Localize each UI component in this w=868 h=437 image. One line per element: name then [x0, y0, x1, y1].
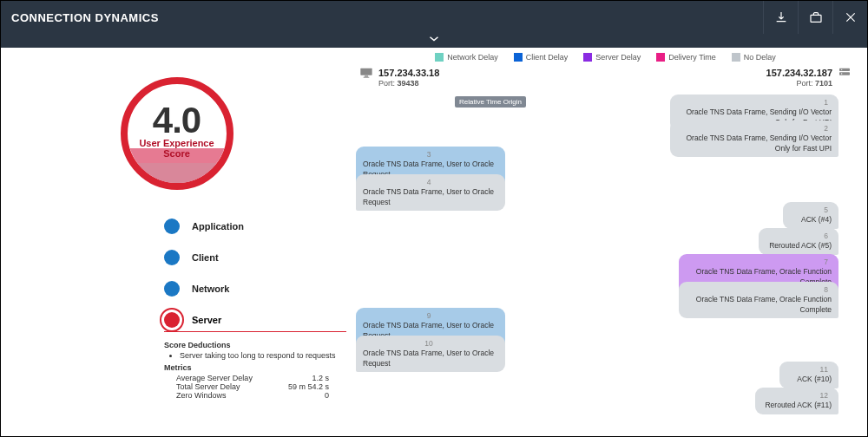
message-bubble[interactable]: 11ACK (#10) — [779, 362, 838, 388]
endpoint-server: 157.234.32.187 Port: 7101 — [766, 67, 852, 89]
legend: Network DelayClient DelayServer DelayDel… — [356, 51, 855, 67]
category-label: Client — [192, 252, 219, 263]
metric-row: Average Server Delay1.2 s — [164, 374, 346, 382]
svg-rect-0 — [811, 15, 821, 22]
legend-item: No Delay — [732, 53, 776, 62]
close-button[interactable] — [832, 1, 867, 34]
message-bubble[interactable]: 2Oracle TNS Data Frame, Sending I/O Vect… — [670, 121, 838, 157]
chevron-down-icon — [426, 34, 442, 44]
svg-rect-3 — [364, 77, 370, 78]
category-application[interactable]: Application — [164, 211, 346, 242]
message-bubble[interactable]: 8Oracle TNS Data Frame, Oracle Function … — [679, 282, 838, 318]
message-bubble[interactable]: 6Rerouted ACK (#5) — [759, 228, 838, 255]
deduction-item: Server taking too long to respond to req… — [180, 351, 346, 360]
client-ip: 157.234.33.18 — [378, 67, 439, 79]
page-title: CONNECTION DYNAMICS — [11, 11, 159, 24]
category-dot-icon — [164, 281, 180, 297]
expand-handle[interactable] — [1, 34, 867, 48]
category-list: ApplicationClientNetworkServer — [164, 211, 346, 332]
deductions-panel: Score Deductions Server taking too long … — [164, 337, 346, 400]
category-label: Server — [192, 315, 221, 325]
category-label: Network — [192, 284, 229, 294]
category-dot-icon — [164, 250, 180, 265]
svg-rect-5 — [839, 72, 850, 75]
time-origin-badge: Relative Time Origin — [455, 96, 526, 108]
close-icon — [844, 10, 858, 24]
score-panel: 4.0 User Experience Score ApplicationCli… — [1, 48, 352, 436]
svg-rect-1 — [360, 68, 372, 75]
server-icon — [838, 67, 852, 79]
ux-score-gauge: 4.0 User Experience Score — [121, 77, 233, 190]
message-bubble[interactable]: 4Oracle TNS Data Frame, User to Oracle R… — [356, 174, 505, 211]
download-button[interactable] — [763, 1, 798, 34]
message-bubble[interactable]: 5ACK (#4) — [783, 202, 838, 229]
legend-item: Network Delay — [435, 53, 498, 62]
svg-rect-4 — [839, 68, 850, 71]
category-dot-icon — [164, 218, 180, 234]
deductions-heading: Score Deductions — [164, 341, 346, 349]
category-dot-icon — [164, 312, 180, 328]
download-icon — [774, 10, 788, 24]
message-timeline[interactable]: Relative Time Origin 1Oracle TNS Data Fr… — [356, 95, 855, 427]
endpoints-row: 157.234.33.18 Port: 39438 157.234.32.187… — [356, 67, 855, 89]
metric-row: Total Server Delay59 m 54.2 s — [164, 382, 346, 391]
briefcase-button[interactable] — [798, 1, 832, 34]
ux-score-label: User Experience Score — [128, 138, 227, 159]
legend-item: Client Delay — [514, 53, 569, 62]
category-server[interactable]: Server — [164, 304, 346, 332]
svg-rect-2 — [365, 75, 368, 76]
briefcase-icon — [809, 10, 823, 24]
legend-item: Delivery Time — [656, 53, 716, 62]
category-client[interactable]: Client — [164, 242, 346, 273]
metrics-heading: Metrics — [164, 363, 346, 372]
message-bubble[interactable]: 12Rerouted ACK (#11) — [755, 388, 838, 414]
svg-point-7 — [841, 73, 842, 74]
metric-row: Zero Windows0 — [164, 391, 346, 400]
timeline-panel: Network DelayClient DelayServer DelayDel… — [352, 48, 867, 436]
category-network[interactable]: Network — [164, 273, 346, 304]
header-bar: CONNECTION DYNAMICS — [1, 1, 867, 34]
endpoint-client: 157.234.33.18 Port: 39438 — [359, 67, 439, 89]
legend-item: Server Delay — [583, 53, 641, 62]
message-bubble[interactable]: 10Oracle TNS Data Frame, User to Oracle … — [356, 336, 505, 372]
monitor-icon — [359, 67, 373, 79]
svg-point-6 — [841, 69, 842, 70]
category-label: Application — [192, 221, 244, 232]
ux-score-value: 4.0 — [128, 100, 227, 141]
server-ip: 157.234.32.187 — [766, 67, 832, 79]
